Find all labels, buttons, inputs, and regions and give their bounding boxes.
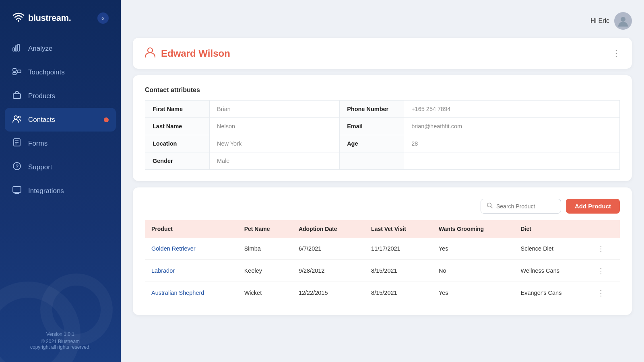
sidebar-item-forms[interactable]: Forms bbox=[0, 132, 121, 155]
attr-label-gender: Gender bbox=[145, 152, 210, 170]
avatar bbox=[614, 12, 632, 30]
grooming-cell: No bbox=[432, 260, 514, 282]
logo-icon bbox=[12, 11, 25, 25]
sidebar-collapse-button[interactable]: « bbox=[97, 12, 109, 24]
attr-value-last-name: Nelson bbox=[210, 118, 340, 135]
search-box[interactable] bbox=[481, 199, 561, 214]
contact-header: Edward Wilson ⋮ bbox=[144, 46, 621, 61]
row-more-button[interactable]: ⋮ bbox=[597, 266, 605, 276]
svg-rect-18 bbox=[13, 187, 21, 192]
sidebar-item-label-touchpoints: Touchpoints bbox=[28, 68, 65, 76]
sidebar-item-integrations[interactable]: Integrations bbox=[0, 179, 121, 203]
row-actions-cell: ⋮ bbox=[590, 282, 620, 304]
svg-point-11 bbox=[19, 116, 21, 118]
row-actions-cell: ⋮ bbox=[590, 260, 620, 282]
attr-value-age: 28 bbox=[404, 135, 620, 152]
svg-rect-5 bbox=[13, 72, 16, 75]
attr-row-location-age: Location New York Age 28 bbox=[145, 135, 620, 152]
svg-rect-3 bbox=[18, 44, 19, 51]
diet-cell: Evanger's Cans bbox=[514, 282, 590, 304]
sidebar: blustream. « Analyze bbox=[0, 0, 121, 362]
version-label: Version 1.0.1 bbox=[12, 331, 109, 337]
attr-label-last-name: Last Name bbox=[145, 118, 210, 135]
svg-text:?: ? bbox=[16, 163, 19, 169]
attr-value-gender: Male bbox=[210, 152, 340, 170]
col-adoption-date: Adoption Date bbox=[292, 220, 365, 238]
contact-person-icon bbox=[144, 46, 156, 61]
col-product: Product bbox=[145, 220, 238, 238]
attr-label-phone: Phone Number bbox=[340, 101, 404, 118]
sidebar-item-label-products: Products bbox=[28, 92, 55, 100]
greeting-text: Hi Eric bbox=[590, 17, 609, 25]
sidebar-item-analyze[interactable]: Analyze bbox=[0, 37, 121, 60]
sidebar-item-products[interactable]: Products bbox=[0, 84, 121, 108]
attr-label-first-name: First Name bbox=[145, 101, 210, 118]
forms-icon bbox=[12, 138, 22, 149]
attr-empty-1 bbox=[340, 152, 404, 170]
integrations-icon bbox=[12, 185, 22, 196]
col-actions bbox=[590, 220, 620, 238]
products-icon bbox=[12, 90, 22, 101]
col-grooming: Wants Grooming bbox=[432, 220, 514, 238]
search-icon bbox=[487, 202, 493, 210]
contact-attributes-card: Contact attributes First Name Brian Phon… bbox=[133, 75, 632, 181]
attr-row-gender: Gender Male bbox=[145, 152, 620, 170]
grooming-cell: Yes bbox=[432, 282, 514, 304]
contact-header-card: Edward Wilson ⋮ bbox=[133, 38, 632, 69]
products-card: Add Product Product Pet Name Adoption Da… bbox=[133, 187, 632, 315]
copyright-label: © 2021 Blustream bbox=[12, 339, 109, 344]
analyze-icon bbox=[12, 43, 22, 54]
attr-empty-2 bbox=[404, 152, 620, 170]
products-toolbar: Add Product bbox=[145, 199, 620, 214]
svg-rect-9 bbox=[13, 94, 21, 99]
adoption-date-cell: 12/22/2015 bbox=[292, 282, 365, 304]
product-name-cell[interactable]: Australian Shepherd bbox=[145, 282, 238, 304]
contacts-badge bbox=[104, 117, 109, 122]
col-last-vet: Last Vet Visit bbox=[365, 220, 432, 238]
diet-cell: Wellness Cans bbox=[514, 260, 590, 282]
attributes-section-title: Contact attributes bbox=[145, 86, 620, 94]
row-more-button[interactable]: ⋮ bbox=[597, 288, 605, 298]
product-name-cell[interactable]: Golden Retriever bbox=[145, 238, 238, 260]
table-row: Australian Shepherd Wicket 12/22/2015 8/… bbox=[145, 282, 620, 304]
sidebar-item-touchpoints[interactable]: Touchpoints bbox=[0, 60, 121, 84]
search-input[interactable] bbox=[496, 203, 555, 210]
svg-point-10 bbox=[14, 116, 17, 119]
svg-line-24 bbox=[491, 207, 493, 208]
touchpoints-icon bbox=[12, 67, 22, 78]
add-product-button[interactable]: Add Product bbox=[566, 199, 620, 214]
row-more-button[interactable]: ⋮ bbox=[597, 244, 605, 253]
sidebar-item-contacts[interactable]: Contacts bbox=[5, 108, 116, 132]
svg-rect-6 bbox=[18, 70, 21, 73]
logo: blustream. bbox=[12, 11, 71, 25]
product-name-cell[interactable]: Labrador bbox=[145, 260, 238, 282]
grooming-cell: Yes bbox=[432, 238, 514, 260]
svg-rect-4 bbox=[13, 68, 16, 71]
svg-point-0 bbox=[18, 20, 19, 22]
pet-name-cell: Keeley bbox=[238, 260, 292, 282]
svg-point-22 bbox=[148, 48, 153, 53]
sidebar-item-label-forms: Forms bbox=[28, 140, 47, 148]
pet-name-cell: Wicket bbox=[238, 282, 292, 304]
sidebar-logo-area: blustream. « bbox=[0, 0, 121, 33]
logo-text: blustream. bbox=[28, 13, 71, 23]
table-row: Golden Retriever Simba 6/7/2021 11/17/20… bbox=[145, 238, 620, 260]
last-vet-cell: 8/15/2021 bbox=[365, 282, 432, 304]
products-table-header: Product Pet Name Adoption Date Last Vet … bbox=[145, 220, 620, 238]
topbar: Hi Eric bbox=[133, 12, 632, 30]
sidebar-item-support[interactable]: ? Support bbox=[0, 155, 121, 179]
attributes-table: First Name Brian Phone Number +165 254 7… bbox=[145, 100, 620, 170]
last-vet-cell: 8/15/2021 bbox=[365, 260, 432, 282]
attr-value-email: brian@heathfit.com bbox=[404, 118, 620, 135]
col-pet-name: Pet Name bbox=[238, 220, 292, 238]
pet-name-cell: Simba bbox=[238, 238, 292, 260]
table-row: Labrador Keeley 9/28/2012 8/15/2021 No W… bbox=[145, 260, 620, 282]
svg-point-21 bbox=[621, 17, 625, 22]
contact-more-button[interactable]: ⋮ bbox=[612, 49, 621, 58]
last-vet-cell: 11/17/2021 bbox=[365, 238, 432, 260]
rights-label: copyright all rights reserved. bbox=[12, 344, 109, 350]
attr-label-age: Age bbox=[340, 135, 404, 152]
products-table: Product Pet Name Adoption Date Last Vet … bbox=[145, 220, 620, 304]
contact-title: Edward Wilson bbox=[144, 46, 230, 61]
sidebar-footer: Version 1.0.1 © 2021 Blustream copyright… bbox=[0, 323, 121, 362]
